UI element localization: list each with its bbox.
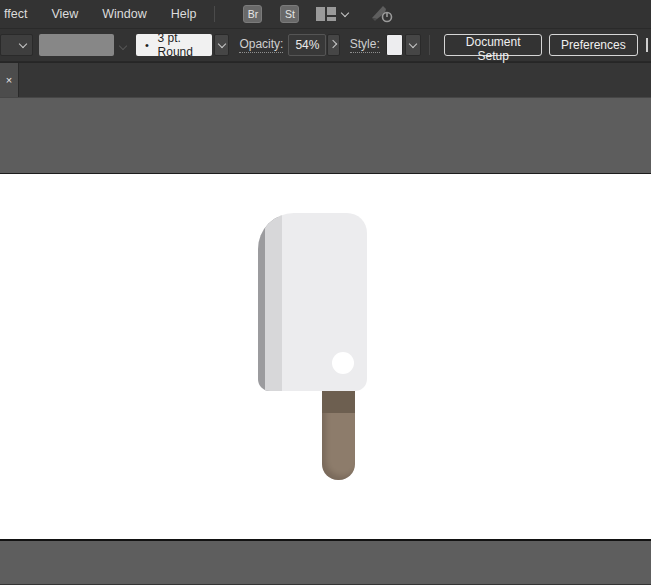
control-separator [429,35,430,55]
bridge-button[interactable]: Br [243,5,262,23]
pasteboard-top [0,97,651,173]
chevron-down-icon [218,39,226,47]
document-tab-bar: × [0,62,651,97]
style-dropdown-button[interactable] [405,34,420,56]
menu-item-window[interactable]: Window [90,7,158,21]
canvas-area [0,97,651,585]
opacity-stepper-button[interactable] [327,34,340,56]
control-bar: • 3 pt. Round Opacity: 54% Style: Docume… [0,28,651,62]
preferences-button[interactable]: Preferences [549,34,638,56]
variable-width-profile-select[interactable] [0,34,33,56]
workspace-switcher-icon [316,7,336,21]
truncated-icon [646,38,651,52]
chevron-down-icon [18,39,26,47]
popsicle-shade-mid-shape[interactable] [265,213,282,391]
popsicle-stick-shadow-shape[interactable] [322,391,355,413]
brush-preview-swatch[interactable] [39,34,114,56]
popsicle-dot-shape[interactable] [332,352,354,374]
artboard[interactable] [0,173,651,541]
menu-item-help[interactable]: Help [159,7,209,21]
brush-dropdown-disabled [116,38,131,52]
style-link[interactable]: Style: [350,37,380,53]
popsicle-stick-shape[interactable] [322,391,355,480]
stock-button[interactable]: St [280,5,299,23]
chevron-down-icon [341,8,349,16]
menu-item-effect[interactable]: ffect [2,7,39,21]
menu-separator [214,6,215,22]
brush-tip-dot: • [136,39,157,51]
app-root: ffect View Window Help Br St [0,0,651,585]
close-icon: × [6,74,12,86]
chevron-right-icon [329,39,337,47]
opacity-input[interactable]: 54% [288,34,326,56]
document-tab-close[interactable]: × [0,63,19,97]
brush-definition-combo[interactable]: • 3 pt. Round [136,34,212,56]
opacity-link[interactable]: Opacity: [239,37,283,53]
chevron-down-icon [119,42,127,50]
brush-definition-value: 3 pt. Round [158,31,213,59]
menu-item-view[interactable]: View [39,7,90,21]
document-setup-button[interactable]: Document Setup [444,34,542,56]
menu-bar: ffect View Window Help Br St [0,0,651,28]
style-swatch[interactable] [386,34,404,56]
brush-definition-dropdown-button[interactable] [214,34,229,56]
gpu-performance-icon[interactable] [370,4,394,24]
workspace-switcher-button[interactable] [316,7,348,21]
popsicle-body-shape[interactable] [258,213,367,391]
pasteboard-bottom [0,541,651,584]
chevron-down-icon [409,39,417,47]
